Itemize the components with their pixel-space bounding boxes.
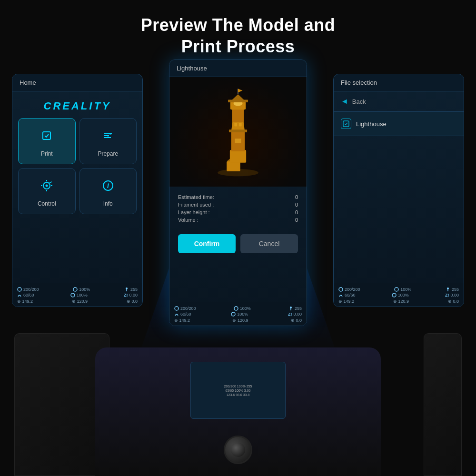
filament-label: Filament used : <box>178 202 214 208</box>
svg-point-41 <box>231 312 235 316</box>
svg-rect-0 <box>43 132 50 139</box>
fan-value-center: 255 <box>288 306 302 311</box>
printer-knob[interactable] <box>224 436 252 464</box>
print-info: Estimated time: 0 Filament used : 0 Laye… <box>169 187 307 229</box>
printer-screen: 200/200 100% 255 65/65 100% 3.00 123.6 9… <box>190 362 286 419</box>
svg-rect-31 <box>234 123 237 127</box>
svg-rect-34 <box>228 99 248 102</box>
page-title: Preview The Model and Print Process <box>0 0 476 57</box>
estimated-time-value: 0 <box>295 194 298 200</box>
file-icon <box>341 119 351 129</box>
speed-left: 100% <box>70 293 88 298</box>
speed-right: 100% <box>392 293 409 298</box>
prepare-tile[interactable]: Prepare <box>79 118 137 164</box>
fan-speed-center: 100% <box>234 306 251 311</box>
screen-row-3: 123.6 93.0 33.8 <box>227 393 250 397</box>
center-panel-header: Lighthouse <box>169 60 307 77</box>
svg-rect-26 <box>232 109 244 122</box>
cancel-button[interactable]: Cancel <box>240 234 298 253</box>
center-status-bar: 200/200 100% 255 60/60 100% <box>169 302 307 326</box>
prepare-label: Prepare <box>98 150 118 157</box>
creality-logo: CREALITY <box>12 91 142 118</box>
svg-point-37 <box>175 307 178 310</box>
prepare-icon <box>100 128 116 147</box>
control-tile[interactable]: Control <box>18 168 76 214</box>
z-pos-right: ⊕ 0.0 <box>448 299 459 304</box>
control-icon <box>39 178 54 197</box>
right-status-bar: 200/200 100% 255 60/60 100% <box>334 283 464 307</box>
printer-base: 200/200 100% 255 65/65 100% 3.00 123.6 9… <box>95 347 381 476</box>
zoffset-left: Z! 0.00 <box>124 293 138 298</box>
volume-label: Volume : <box>178 217 198 223</box>
info-icon: i <box>100 178 116 197</box>
svg-rect-4 <box>109 133 111 135</box>
right-panel: File selection ◄ Back Lighthouse 200/200 <box>333 74 464 307</box>
back-arrow-icon: ◄ <box>341 97 348 106</box>
svg-rect-5 <box>107 135 109 137</box>
print-icon <box>39 128 54 147</box>
x-pos-center: ⊕ 149.2 <box>174 318 190 323</box>
svg-rect-21 <box>227 161 240 171</box>
nozzle-temp-right: 200/200 <box>338 287 360 292</box>
y-pos-center: ⊕ 120.9 <box>232 318 248 323</box>
model-preview <box>169 77 307 187</box>
print-tile[interactable]: Print <box>18 118 76 164</box>
svg-rect-33 <box>229 129 247 132</box>
svg-marker-36 <box>238 89 243 93</box>
left-status-bar: 200/200 100% 255 60/60 100% <box>12 283 142 307</box>
action-buttons: Confirm Cancel <box>169 229 307 260</box>
svg-point-7 <box>46 185 48 187</box>
svg-point-15 <box>18 288 21 291</box>
fan-speed-right: 100% <box>394 287 411 292</box>
zoffset-right: Z! 0.00 <box>445 293 459 298</box>
svg-rect-32 <box>239 123 242 127</box>
right-panel-header: File selection <box>334 74 464 91</box>
printer-right-wing <box>424 333 462 476</box>
speed-center: 100% <box>231 312 248 317</box>
confirm-button[interactable]: Confirm <box>178 234 236 253</box>
svg-point-39 <box>290 307 292 308</box>
back-button[interactable]: ◄ Back <box>334 91 464 112</box>
info-tile[interactable]: i Info <box>79 168 137 214</box>
estimated-time-label: Estimated time: <box>178 194 214 200</box>
nozzle-temp-left: 200/200 <box>17 287 39 292</box>
layer-label: Layer height : <box>178 209 210 215</box>
x-pos-left: ⊕ 149.2 <box>17 299 33 304</box>
svg-point-19 <box>71 293 75 297</box>
y-pos-left: ⊕ 120.9 <box>72 299 88 304</box>
center-panel: Lighthouse <box>169 60 307 326</box>
svg-point-44 <box>395 288 398 291</box>
bed-temp-left: 60/60 <box>17 293 34 298</box>
zoffset-center: Z! 0.00 <box>288 312 302 317</box>
panels-container: Home CREALITY Print <box>12 74 464 326</box>
svg-line-12 <box>50 182 52 183</box>
file-name: Lighthouse <box>356 120 387 128</box>
lighthouse-model-svg <box>205 84 271 179</box>
svg-point-17 <box>126 288 128 289</box>
fan-value-left: 255 <box>124 287 138 292</box>
screen-row-2: 65/65 100% 3.00 <box>226 389 251 392</box>
svg-point-16 <box>73 288 77 291</box>
bed-temp-right: 60/60 <box>338 293 356 298</box>
z-pos-left: ⊕ 0.0 <box>127 299 138 304</box>
svg-rect-23 <box>230 150 246 163</box>
left-panel-header: Home <box>12 74 142 91</box>
filament-value: 0 <box>295 202 298 208</box>
svg-point-38 <box>234 307 238 310</box>
left-panel: Home CREALITY Print <box>12 74 143 307</box>
svg-point-47 <box>392 293 396 297</box>
info-label: Info <box>103 200 113 207</box>
bed-temp-center: 60/60 <box>174 312 191 317</box>
svg-text:i: i <box>107 182 109 189</box>
fan-speed-left: 100% <box>73 287 90 292</box>
control-label: Control <box>38 200 56 207</box>
svg-point-45 <box>447 288 449 289</box>
z-pos-center: ⊕ 0.0 <box>291 318 302 323</box>
nozzle-temp-center: 200/200 <box>174 306 196 311</box>
x-pos-right: ⊕ 149.2 <box>338 299 354 304</box>
print-label: Print <box>41 150 53 157</box>
file-item[interactable]: Lighthouse <box>334 112 464 136</box>
fan-value-right: 255 <box>446 287 459 292</box>
volume-value: 0 <box>295 217 298 223</box>
layer-value: 0 <box>295 209 298 215</box>
